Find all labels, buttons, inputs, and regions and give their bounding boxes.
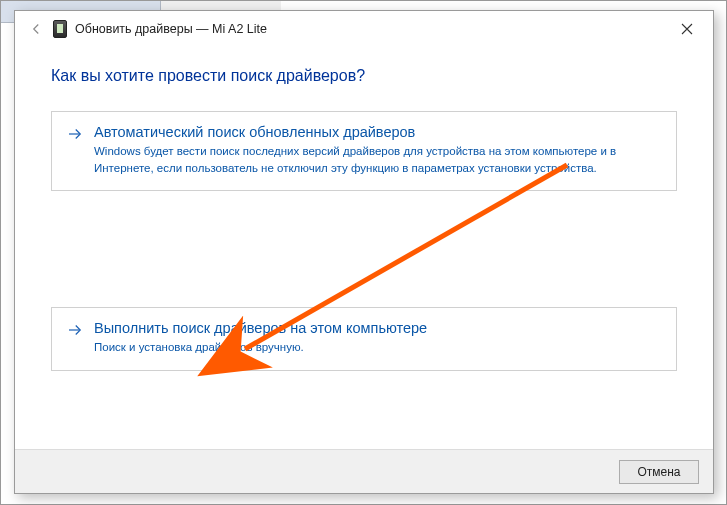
- arrow-right-icon: [66, 320, 84, 356]
- option-body: Автоматический поиск обновленных драйвер…: [94, 124, 662, 176]
- dialog-title: Обновить драйверы — Mi A2 Lite: [75, 22, 267, 36]
- cancel-button[interactable]: Отмена: [619, 460, 699, 484]
- title-prefix: Обновить драйверы: [75, 22, 193, 36]
- content-heading: Как вы хотите провести поиск драйверов?: [51, 67, 677, 85]
- back-arrow-icon: [25, 18, 47, 40]
- spacer: [51, 211, 677, 307]
- close-button[interactable]: [667, 15, 707, 43]
- option-description: Windows будет вести поиск последних верс…: [94, 143, 662, 176]
- title-sep: —: [193, 22, 212, 36]
- option-browse-local[interactable]: Выполнить поиск драйверов на этом компью…: [51, 307, 677, 371]
- device-icon: [53, 20, 67, 38]
- option-title: Автоматический поиск обновленных драйвер…: [94, 124, 662, 140]
- title-device: Mi A2 Lite: [212, 22, 267, 36]
- dialog-footer: Отмена: [15, 449, 713, 493]
- option-description: Поиск и установка драйверов вручную.: [94, 339, 662, 356]
- option-body: Выполнить поиск драйверов на этом компью…: [94, 320, 662, 356]
- option-auto-search[interactable]: Автоматический поиск обновленных драйвер…: [51, 111, 677, 191]
- update-drivers-dialog: Обновить драйверы — Mi A2 Lite Как вы хо…: [14, 10, 714, 494]
- dialog-content: Как вы хотите провести поиск драйверов? …: [15, 47, 713, 449]
- dialog-titlebar: Обновить драйверы — Mi A2 Lite: [15, 11, 713, 47]
- option-title: Выполнить поиск драйверов на этом компью…: [94, 320, 662, 336]
- arrow-right-icon: [66, 124, 84, 176]
